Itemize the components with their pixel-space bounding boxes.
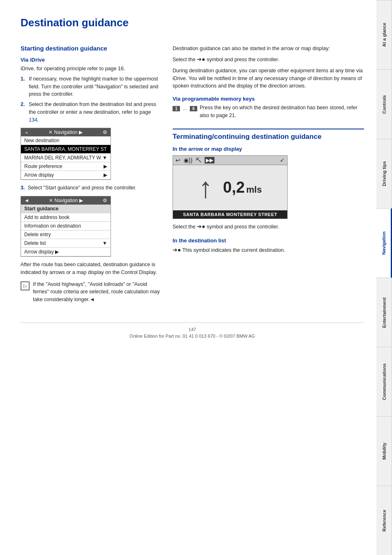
select-symbol-text-2: Select the ➔● symbol and press the contr… [173,222,364,231]
nav2-item-delete-list[interactable]: Delete list ▼ [21,239,111,248]
sidebar-tab-mobility[interactable]: Mobility [376,416,392,486]
select-symbol-text-1: Select the ➔● symbol and press the contr… [173,55,364,64]
sidebar: At a glance Controls Driving tips Naviga… [376,0,392,555]
footer-text: Online Edition for Part no. 01 41 0 013 … [21,334,364,339]
nav-item-marina[interactable]: MARINA DEL REY, ADMIRALTY W ▼ [21,154,111,162]
intro-text: Destination guidance can also be started… [173,45,364,53]
step-num-2: 2. [21,101,26,124]
sidebar-tab-driving-tips[interactable]: Driving tips [376,139,392,208]
toolbar-icon-sound: ◉)) [184,157,192,164]
after-route-text: After the route has been calculated, des… [21,261,160,276]
nav-arrow-left: ◄ [24,130,28,135]
steps-list: 1. If necessary, move the highlight mark… [21,75,160,124]
mem-key-dots: … [182,106,187,111]
memory-keys-section: 1 … 6 Press the key on which the desired… [173,104,364,122]
step3-text: 3. Select "Start guidance" and press the… [21,184,160,192]
arrow-display-main: ↑ 0,2 mls [173,165,287,210]
page-title: Destination guidance [21,16,364,32]
arrow-symbol-3: ➔● [173,246,181,253]
nav2-item-start-guidance[interactable]: Start guidance [21,205,111,213]
via-idrive-intro: iDrive, for operating principle refer to… [21,65,160,73]
toolbar-icon-arrows: ▶▶ [205,157,214,164]
sidebar-tab-communications[interactable]: Communications [376,347,392,416]
mem-key-1: 1 [173,106,180,111]
nav2-item-info[interactable]: Information on destination [21,222,111,230]
section-heading-terminating: Terminating/continuing destination guida… [173,129,364,141]
arrow-symbol-2: ➔● [197,223,205,230]
nav2-item-delete-entry[interactable]: Delete entry [21,230,111,239]
warning-icon: ▷ [21,281,30,290]
list-item: 1. If necessary, move the highlight mark… [21,75,160,98]
nav2-arrow-left: ◄ [24,198,29,203]
sidebar-tab-reference[interactable]: Reference [376,486,392,555]
list-item: 2. Select the destination from the desti… [21,101,160,124]
memory-keys-visual: 1 … 6 [173,106,197,111]
nav-menu-1-title: ✕ Navigation ▶ [48,129,82,135]
toolbar-icon-settings: ⛏ [196,157,201,164]
arrow-symbol-1: ➔● [197,56,205,62]
subsection-arrow-map: In the arrow or map display [173,146,364,152]
nav-item-arrow-display-1[interactable]: Arrow display▶ [21,171,111,180]
distance-unit: mls [246,184,262,195]
distance-value: 0,2 [223,179,245,196]
sidebar-tab-entertainment[interactable]: Entertainment [376,278,392,347]
nav-item-new-dest[interactable]: New destination [21,136,111,145]
left-column: Starting destination guidance Via iDrive… [21,45,160,310]
nav-menu-2: ◄ ✕ Navigation ▶ ⚙ Start guidance Add to… [21,196,111,257]
during-guidance-text: During destination guidance, you can ope… [173,67,364,90]
two-column-layout: Starting destination guidance Via iDrive… [21,45,364,310]
warning-box: ▷ If the "Avoid highways", "Avoid tollro… [21,281,160,306]
nav-item-santa-barbara[interactable]: SANTA BARBARA, MONTERREY ST [21,145,111,154]
subsection-memory-keys: Via programmable memory keys [173,96,364,102]
memory-keys-desc: Press the key on which the desired desti… [200,104,364,120]
nav-menu-1-header: ◄ ✕ Navigation ▶ ⚙ [21,128,111,136]
sidebar-tab-navigation[interactable]: Navigation [376,208,392,278]
nav2-item-arrow-display[interactable]: Arrow display ▶ [21,248,111,256]
subsection-via-idrive: Via iDrive [21,57,160,63]
arrow-display-toolbar: ↩ ◉)) ⛏ ▶▶ ✓ [173,156,287,165]
page-footer: 147 Online Edition for Part no. 01 41 0 … [21,322,364,339]
nav2-item-address-book[interactable]: Add to address book [21,213,111,222]
distance-display: 0,2 mls [223,179,262,196]
nav-menu-1: ◄ ✕ Navigation ▶ ⚙ New destination SANTA… [21,128,111,180]
nav-settings-icon: ⚙ [103,129,107,135]
nav2-title: ✕ Navigation ▶ [49,198,83,203]
nav-item-route-pref[interactable]: Route preference▶ [21,162,111,171]
step-num-1: 1. [21,75,26,98]
step2-text: Select the destination from the destinat… [29,101,160,124]
mem-key-6: 6 [190,106,197,111]
page-link-134[interactable]: 134 [29,117,37,123]
nav-menu-2-header: ◄ ✕ Navigation ▶ ⚙ [21,196,111,205]
subsection-dest-list: In the destination list [173,237,364,244]
sidebar-tab-at-a-glance[interactable]: At a glance [376,0,392,69]
sidebar-tab-controls[interactable]: Controls [376,69,392,139]
toolbar-icon-checkmark: ✓ [280,157,285,164]
right-column: Destination guidance can also be started… [173,45,364,310]
dest-list-text: ➔● This symbol indicates the current des… [173,246,364,254]
toolbar-icon-back: ↩ [175,157,180,164]
arrow-display-street: SANTA BARBARA MONTERREY STREET [173,210,287,219]
main-content: Destination guidance Starting destinatio… [0,0,376,355]
warning-text: If the "Avoid highways", "Avoid tollroad… [33,281,160,304]
page-number: 147 [21,327,364,332]
direction-arrow: ↑ [198,173,213,202]
arrow-display-box: ↩ ◉)) ⛏ ▶▶ ✓ ↑ 0,2 mls SA [173,155,288,219]
step-num-3: 3. [21,185,25,191]
section-heading-starting: Starting destination guidance [21,45,160,52]
nav2-settings-icon: ⚙ [103,198,107,203]
